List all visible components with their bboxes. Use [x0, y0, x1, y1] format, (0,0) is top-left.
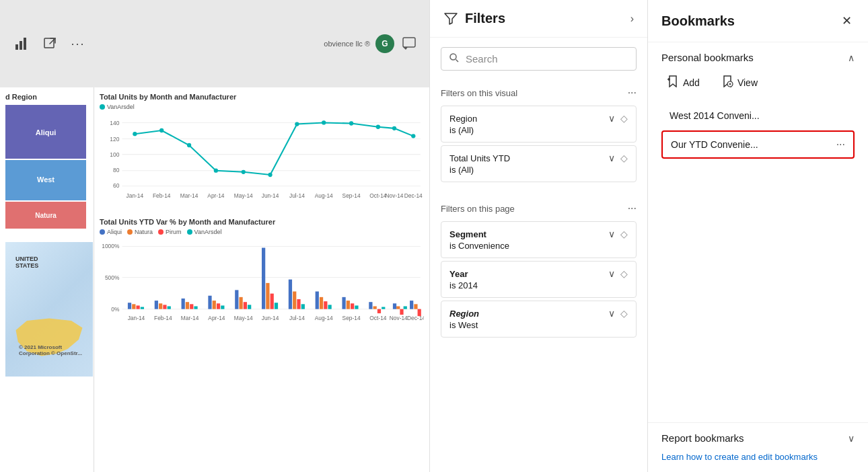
svg-text:Feb-14: Feb-14: [153, 192, 171, 199]
svg-rect-69: [244, 302, 247, 309]
bookmark-dots-ytd[interactable]: ···: [836, 139, 845, 151]
view-bookmark-label: View: [737, 77, 758, 88]
svg-rect-83: [342, 297, 345, 309]
filters-header: Filters ›: [430, 0, 647, 38]
svg-rect-64: [213, 301, 216, 309]
legend-label-natura: Natura: [135, 229, 153, 235]
chart1-title: Total Units by Month and Manufacturer: [100, 93, 424, 101]
svg-point-31: [392, 126, 396, 130]
filter-value-region-page: is West: [449, 320, 628, 330]
svg-rect-56: [159, 303, 162, 309]
filter-value-region: is (All): [449, 125, 628, 135]
svg-rect-93: [400, 309, 403, 315]
svg-point-24: [214, 169, 218, 173]
svg-text:West: West: [37, 175, 55, 184]
visual-filter-dots[interactable]: ···: [628, 87, 637, 99]
filter-clear-region-page[interactable]: ◇: [620, 308, 628, 319]
export-icon-btn[interactable]: [39, 33, 61, 54]
personal-bookmarks-title: Personal bookmarks: [661, 52, 754, 63]
bookmark-item-west2014[interactable]: West 2014 Conveni...: [661, 104, 855, 128]
svg-rect-92: [396, 306, 400, 309]
svg-text:100: 100: [110, 151, 119, 158]
svg-rect-79: [316, 291, 319, 309]
bookmark-name-ytd: Our YTD Convenie...: [671, 139, 758, 150]
svg-text:May-14: May-14: [234, 192, 253, 199]
svg-rect-54: [141, 307, 144, 309]
svg-text:Jan-14: Jan-14: [128, 315, 145, 321]
visual-filter-label-text: Filters on this visual: [441, 88, 517, 98]
map-area: UNITEDSTATES © 2021 Microsoft Corporatio…: [5, 242, 93, 377]
svg-rect-85: [351, 303, 354, 309]
filter-clear-total-units[interactable]: ◇: [620, 153, 628, 163]
svg-point-110: [450, 54, 456, 60]
svg-text:Nov-14: Nov-14: [385, 192, 403, 199]
svg-rect-68: [239, 297, 242, 309]
svg-rect-76: [293, 291, 296, 309]
filter-chevron-year[interactable]: ∨: [608, 268, 615, 279]
bookmark-item-ytd[interactable]: Our YTD Convenie... ···: [661, 130, 855, 159]
svg-point-26: [268, 173, 272, 177]
svg-text:Oct-14: Oct-14: [369, 315, 386, 321]
personal-bookmarks-header: Personal bookmarks ∧: [661, 52, 855, 63]
more-icon-btn[interactable]: ···: [67, 33, 89, 54]
svg-text:Sep-14: Sep-14: [342, 315, 361, 321]
chart-icon-btn[interactable]: [11, 33, 32, 54]
svg-text:80: 80: [113, 167, 120, 173]
filter-card-region-page: Region ∨ ◇ is West: [441, 301, 637, 338]
filter-value-year: is 2014: [449, 280, 628, 290]
svg-rect-70: [248, 305, 251, 309]
svg-rect-58: [168, 306, 171, 309]
view-bookmark-btn[interactable]: View: [716, 73, 763, 93]
svg-rect-51: [128, 303, 131, 309]
filter-card-region-visual: Region ∨ ◇ is (All): [441, 106, 637, 143]
svg-rect-78: [301, 304, 305, 309]
filters-expand-icon[interactable]: ›: [630, 13, 634, 25]
personal-bookmarks-section: Personal bookmarks ∧ Add: [648, 42, 868, 168]
svg-text:May-14: May-14: [234, 315, 253, 321]
comment-icon[interactable]: [400, 34, 419, 53]
svg-point-30: [376, 125, 380, 129]
filter-chevron-region-page[interactable]: ∨: [608, 308, 615, 319]
bar-chart-container: Total Units YTD Var % by Month and Manuf…: [100, 218, 424, 348]
region-label: d Region: [5, 93, 88, 101]
add-bookmark-btn[interactable]: Add: [661, 73, 705, 93]
map-placeholder: UNITEDSTATES © 2021 Microsoft Corporatio…: [5, 242, 93, 377]
header-right: obvience llc ® G: [324, 34, 419, 53]
svg-rect-4: [403, 38, 415, 47]
svg-text:Aug-14: Aug-14: [315, 315, 333, 321]
svg-text:Mar-14: Mar-14: [180, 192, 198, 199]
report-bookmarks-section: Report bookmarks ∨ Learn how to create a…: [648, 422, 868, 472]
personal-bookmarks-chevron[interactable]: ∧: [848, 52, 855, 63]
learn-link[interactable]: Learn how to create and edit bookmarks: [661, 452, 818, 462]
page-filter-dots[interactable]: ···: [628, 202, 637, 214]
filter-card-year-header: Year ∨ ◇: [449, 268, 628, 279]
filter-icon: [443, 11, 458, 26]
filter-chevron-total-units[interactable]: ∨: [608, 153, 615, 163]
filters-title: Filters: [465, 11, 624, 26]
filter-card-region-header: Region ∨ ◇: [449, 113, 628, 124]
view-bookmark-icon: [721, 75, 733, 90]
svg-rect-73: [270, 294, 274, 309]
treemap: Aliqui West Natura: [5, 105, 86, 233]
legend-vanarsdel: VanArsdel: [100, 104, 135, 110]
avatar: G: [375, 34, 394, 53]
filter-name-region-page: Region: [449, 309, 479, 319]
close-icon[interactable]: ✕: [839, 11, 855, 31]
svg-rect-87: [369, 302, 372, 309]
filter-clear-year[interactable]: ◇: [620, 268, 628, 279]
filter-chevron-region[interactable]: ∨: [608, 113, 615, 124]
filter-clear-segment[interactable]: ◇: [620, 229, 628, 239]
svg-rect-80: [320, 297, 323, 309]
svg-rect-71: [262, 248, 265, 309]
filter-clear-region[interactable]: ◇: [620, 113, 628, 124]
map-country-label: UNITEDSTATES: [15, 255, 38, 269]
svg-line-111: [456, 60, 459, 63]
company-label: obvience llc ®: [324, 40, 370, 48]
svg-rect-59: [182, 299, 185, 309]
report-bookmarks-chevron[interactable]: ∨: [848, 433, 855, 444]
search-icon: [449, 53, 459, 65]
svg-text:0%: 0%: [111, 306, 120, 313]
filter-chevron-segment[interactable]: ∨: [608, 229, 615, 239]
search-box[interactable]: Search: [441, 47, 637, 71]
legend-dot-vanarsdel: [100, 104, 105, 110]
